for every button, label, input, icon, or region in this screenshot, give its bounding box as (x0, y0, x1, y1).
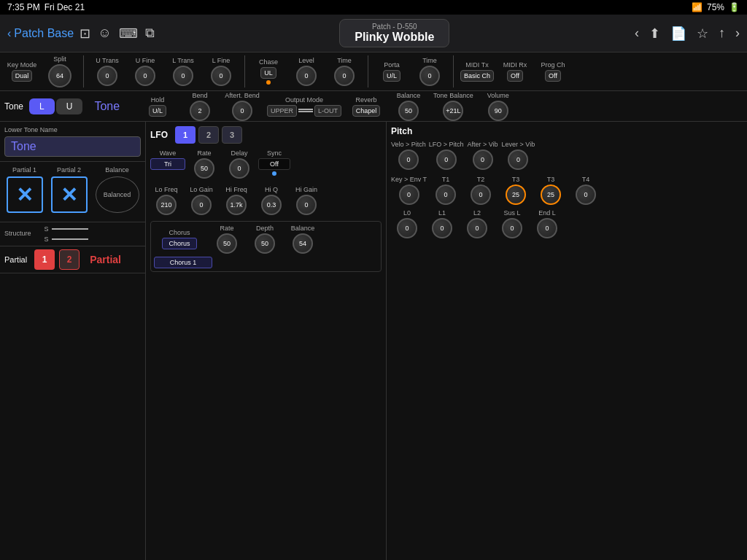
folder-icon[interactable]: ⊡ (80, 26, 90, 42)
lfo-delay-knob[interactable]: 0 (229, 158, 249, 179)
chorus-depth-knob[interactable]: 50 (255, 233, 275, 254)
lfo-params-grid: Wave Tri Rate 50 Delay 0 Sync Off (150, 149, 382, 180)
ufine-knob[interactable]: 0 (135, 66, 155, 86)
level-knob[interactable]: 0 (296, 66, 317, 86)
tone-balance-knob[interactable]: +21L (443, 101, 463, 121)
porta-select[interactable]: U/L (383, 70, 400, 82)
volume-group: Volume 90 (481, 92, 516, 121)
pitch-t4-label: T4 (582, 176, 590, 183)
tone-btn-l[interactable]: L (29, 98, 55, 114)
star-icon[interactable]: ☆ (697, 26, 708, 42)
pitch-l1-knob[interactable]: 0 (432, 218, 452, 238)
partial2-cross[interactable]: ✕ (51, 176, 88, 213)
pitch-l1-label: L1 (438, 209, 446, 217)
prog-ch-select[interactable]: Off (545, 70, 561, 82)
next-icon[interactable]: › (735, 26, 740, 41)
pitch-susl-knob[interactable]: 0 (502, 218, 522, 238)
midi-rx-select[interactable]: Off (507, 70, 523, 82)
chase-group: Chase UL (251, 58, 286, 85)
hold-select[interactable]: U/L (149, 105, 166, 117)
lo-freq-knob[interactable]: 210 (156, 195, 177, 215)
patch-title-block: Patch - D-550 Plinky Wobble (339, 19, 449, 47)
pitch-l0-knob[interactable]: 0 (397, 218, 417, 238)
bend-knob[interactable]: 2 (190, 101, 210, 121)
partial2-btn[interactable]: 2 (59, 249, 80, 270)
time-knob[interactable]: 0 (334, 66, 355, 86)
lfo-btn-2[interactable]: 2 (198, 126, 219, 144)
chorus-select[interactable]: Chorus (162, 238, 197, 249)
volume-knob[interactable]: 90 (488, 101, 508, 121)
pitch-endl-knob[interactable]: 0 (537, 218, 557, 238)
hi-gain-knob[interactable]: 0 (296, 195, 317, 215)
hi-freq-knob[interactable]: 1.7k (226, 195, 247, 215)
pitch-t1-label: T1 (442, 176, 450, 183)
pitch-t1-knob[interactable]: 0 (436, 184, 456, 205)
midi-tx-select[interactable]: Basic Ch (460, 70, 494, 82)
lo-gain-knob[interactable]: 0 (191, 195, 212, 215)
lfo-wave-select[interactable]: Tri (150, 158, 185, 170)
main-panel: Lower Tone Name Tone Partial 1 ✕ Partial… (0, 122, 747, 560)
porta-time-knob[interactable]: 0 (419, 66, 440, 86)
pitch-t3-knob[interactable]: 25 (506, 184, 526, 205)
partial-section: Partial 1 ✕ Partial 2 ✕ Balance Balanced (0, 162, 145, 222)
pitch-t2-knob[interactable]: 0 (471, 184, 491, 205)
lfo-rate-label: Rate (197, 149, 211, 157)
upload-icon[interactable]: ⬆ (649, 26, 660, 42)
midi-tx-label: MIDI Tx (465, 61, 488, 69)
balance-knob[interactable]: 50 (398, 101, 419, 121)
keyboard-icon[interactable]: ⌨ (119, 26, 138, 42)
prev-icon[interactable]: ‹ (635, 26, 639, 41)
key-mode-select[interactable]: Dual (12, 70, 33, 82)
partial1-cross[interactable]: ✕ (7, 176, 43, 213)
ltrans-knob[interactable]: 0 (173, 66, 193, 86)
structure-s1: S (44, 225, 49, 233)
chorus-rate-label: Rate (220, 225, 233, 232)
nav-right: ‹ ⬆ 📄 ☆ ↑ › (635, 26, 740, 42)
volume-label: Volume (487, 92, 509, 99)
prog-ch-group: Prog Ch Off (535, 61, 570, 82)
share-icon[interactable]: ↑ (719, 26, 725, 41)
balance-knob2[interactable]: Balanced (96, 176, 139, 213)
lever-vib-knob[interactable]: 0 (508, 149, 528, 170)
utrans-group: U Trans 0 (90, 57, 125, 86)
pitch-t3b-knob[interactable]: 25 (541, 184, 561, 205)
lo-gain-group: Lo Gain 0 (185, 186, 217, 215)
hi-q-label: Hi Q (265, 186, 278, 193)
utrans-knob[interactable]: 0 (97, 66, 117, 86)
pitch-endl-group: End L 0 (531, 209, 563, 238)
key-env-t-knob[interactable]: 0 (399, 184, 419, 205)
reverb-select[interactable]: Chapel (352, 105, 381, 117)
split-knob[interactable]: 64 (48, 64, 71, 88)
chorus-balance-knob[interactable]: 54 (293, 233, 313, 254)
copy-icon[interactable]: ⧉ (145, 26, 155, 42)
partial1-label: Partial 1 (12, 166, 36, 174)
lfo-sync-label: Sync (267, 149, 282, 157)
lfo-btn-3[interactable]: 3 (222, 126, 242, 144)
tone-btn-u[interactable]: U (56, 98, 83, 114)
lfo-sync-value[interactable]: Off (258, 158, 290, 170)
lfo-rate-knob[interactable]: 50 (194, 158, 214, 179)
after-vib-knob[interactable]: 0 (473, 149, 493, 170)
nav-bar: ‹ Patch Base ⊡ ☺ ⌨ ⧉ Patch - D-550 Plink… (0, 15, 747, 52)
time-label: Time (337, 57, 352, 64)
face-icon[interactable]: ☺ (98, 26, 111, 42)
hi-q-knob[interactable]: 0.3 (261, 195, 282, 215)
aftert-bend-knob[interactable]: 0 (232, 101, 252, 121)
lfine-knob[interactable]: 0 (211, 66, 231, 86)
chorus-rate-knob[interactable]: 50 (217, 233, 237, 254)
lfo-btn-1[interactable]: 1 (175, 126, 196, 144)
partial1-btn[interactable]: 1 (34, 249, 55, 270)
midi-tx-group: MIDI Tx Basic Ch (460, 61, 495, 82)
chase-select[interactable]: UL (260, 67, 276, 79)
chorus-type-select[interactable]: Chorus 1 (154, 257, 212, 268)
pitch-l2-knob[interactable]: 0 (467, 218, 487, 238)
lower-tone-name-input[interactable]: Tone (4, 136, 141, 157)
pitch-t4-knob[interactable]: 0 (576, 184, 596, 205)
after-vib-label: After > Vib (468, 141, 498, 148)
partial-row: Partial 1 ✕ Partial 2 ✕ Balance Balanced (4, 166, 141, 213)
back-button[interactable]: ‹ Patch Base (7, 27, 74, 40)
prog-ch-label: Prog Ch (541, 61, 565, 69)
velo-pitch-knob[interactable]: 0 (398, 149, 419, 170)
lfo-pitch-knob[interactable]: 0 (436, 149, 457, 170)
doc-icon[interactable]: 📄 (670, 26, 686, 42)
